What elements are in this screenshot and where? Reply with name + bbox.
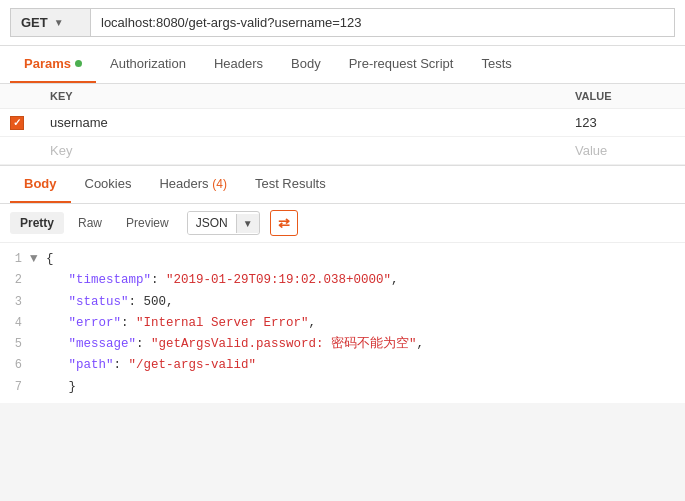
param-key-input-0[interactable] bbox=[50, 115, 555, 130]
res-tab-test-results-label: Test Results bbox=[255, 176, 326, 191]
tab-params-label: Params bbox=[24, 56, 71, 71]
code-line-5: 5 "message": "getArgsValid.password: 密码不… bbox=[0, 334, 685, 355]
line-toggle-3 bbox=[30, 292, 46, 313]
code-line-6: 6 "path": "/get-args-valid" bbox=[0, 355, 685, 376]
method-chevron: ▼ bbox=[54, 17, 64, 28]
raw-button[interactable]: Raw bbox=[68, 212, 112, 234]
param-row-0: ✓ bbox=[0, 109, 685, 137]
code-line-7: 7 } bbox=[0, 377, 685, 398]
tab-pre-request-label: Pre-request Script bbox=[349, 56, 454, 71]
format-dropdown[interactable]: JSON ▼ bbox=[187, 211, 260, 235]
tab-body-label: Body bbox=[291, 56, 321, 71]
code-line-3: 3 "status": 500, bbox=[0, 292, 685, 313]
checkbox-col-header bbox=[0, 84, 40, 109]
line-content-2: "timestamp": "2019-01-29T09:19:02.038+00… bbox=[46, 270, 685, 291]
url-bar: GET ▼ bbox=[0, 0, 685, 46]
check-mark-0: ✓ bbox=[13, 117, 21, 128]
tab-tests[interactable]: Tests bbox=[467, 46, 525, 83]
line-num-4: 4 bbox=[0, 313, 30, 333]
param-key-1[interactable]: Key bbox=[40, 137, 565, 165]
code-area[interactable]: 1 ▼ { 2 "timestamp": "2019-01-29T09:19:0… bbox=[0, 243, 685, 403]
json-val-path: "/get-args-valid" bbox=[129, 358, 257, 372]
format-bar: Pretty Raw Preview JSON ▼ ⇄ bbox=[0, 204, 685, 243]
pretty-button[interactable]: Pretty bbox=[10, 212, 64, 234]
line-toggle-7 bbox=[30, 377, 46, 398]
value-col-header: VALUE bbox=[565, 84, 685, 109]
line-num-7: 7 bbox=[0, 377, 30, 397]
method-select[interactable]: GET ▼ bbox=[10, 8, 90, 37]
key-col-header: KEY bbox=[40, 84, 565, 109]
line-content-3: "status": 500, bbox=[46, 292, 685, 313]
format-label: JSON bbox=[188, 212, 236, 234]
res-tab-cookies-label: Cookies bbox=[85, 176, 132, 191]
code-line-2: 2 "timestamp": "2019-01-29T09:19:02.038+… bbox=[0, 270, 685, 291]
json-key-message: "message" bbox=[69, 337, 137, 351]
line-num-5: 5 bbox=[0, 334, 30, 354]
res-tab-headers-label: Headers bbox=[159, 176, 208, 191]
line-content-1: { bbox=[46, 249, 685, 270]
tab-authorization-label: Authorization bbox=[110, 56, 186, 71]
line-toggle-4 bbox=[30, 313, 46, 334]
json-key-error: "error" bbox=[69, 316, 122, 330]
tab-params[interactable]: Params bbox=[10, 46, 96, 83]
json-val-status: 500 bbox=[144, 295, 167, 309]
res-tab-headers[interactable]: Headers (4) bbox=[145, 166, 240, 203]
checkbox-0[interactable]: ✓ bbox=[10, 116, 24, 130]
params-section: KEY VALUE ✓ bbox=[0, 84, 685, 166]
code-line-4: 4 "error": "Internal Server Error", bbox=[0, 313, 685, 334]
line-toggle-5 bbox=[30, 334, 46, 355]
headers-count: (4) bbox=[212, 177, 227, 191]
line-content-5: "message": "getArgsValid.password: 密码不能为… bbox=[46, 334, 685, 355]
res-tab-test-results[interactable]: Test Results bbox=[241, 166, 340, 203]
tab-body[interactable]: Body bbox=[277, 46, 335, 83]
value-placeholder: Value bbox=[575, 143, 607, 158]
line-num-1: 1 bbox=[0, 249, 30, 269]
line-content-6: "path": "/get-args-valid" bbox=[46, 355, 685, 376]
res-tab-cookies[interactable]: Cookies bbox=[71, 166, 146, 203]
request-tabs: Params Authorization Headers Body Pre-re… bbox=[0, 46, 685, 84]
json-val-message: "getArgsValid.password: 密码不能为空" bbox=[151, 337, 417, 351]
tab-authorization[interactable]: Authorization bbox=[96, 46, 200, 83]
code-line-1: 1 ▼ { bbox=[0, 249, 685, 270]
tab-tests-label: Tests bbox=[481, 56, 511, 71]
response-tabs: Body Cookies Headers (4) Test Results bbox=[0, 166, 685, 204]
line-content-4: "error": "Internal Server Error", bbox=[46, 313, 685, 334]
param-value-1[interactable]: Value bbox=[565, 137, 685, 165]
format-arrow[interactable]: ▼ bbox=[236, 214, 259, 233]
preview-button[interactable]: Preview bbox=[116, 212, 179, 234]
line-toggle-2 bbox=[30, 270, 46, 291]
tab-pre-request[interactable]: Pre-request Script bbox=[335, 46, 468, 83]
params-dot bbox=[75, 60, 82, 67]
param-row-1: Key Value bbox=[0, 137, 685, 165]
line-toggle-1[interactable]: ▼ bbox=[30, 249, 46, 270]
params-table: KEY VALUE ✓ bbox=[0, 84, 685, 165]
line-content-7: } bbox=[46, 377, 685, 398]
json-colon-1: : bbox=[151, 273, 166, 287]
wrap-button[interactable]: ⇄ bbox=[270, 210, 298, 236]
param-value-input-0[interactable] bbox=[575, 115, 675, 130]
json-key-status: "status" bbox=[69, 295, 129, 309]
method-label: GET bbox=[21, 15, 48, 30]
tab-headers-label: Headers bbox=[214, 56, 263, 71]
key-placeholder: Key bbox=[50, 143, 72, 158]
json-val-error: "Internal Server Error" bbox=[136, 316, 309, 330]
tab-headers[interactable]: Headers bbox=[200, 46, 277, 83]
line-num-2: 2 bbox=[0, 270, 30, 290]
res-tab-body[interactable]: Body bbox=[10, 166, 71, 203]
line-num-6: 6 bbox=[0, 355, 30, 375]
json-key-path: "path" bbox=[69, 358, 114, 372]
line-num-3: 3 bbox=[0, 292, 30, 312]
json-key-timestamp: "timestamp" bbox=[69, 273, 152, 287]
url-input[interactable] bbox=[90, 8, 675, 37]
wrap-icon: ⇄ bbox=[278, 215, 290, 231]
param-value-0[interactable] bbox=[565, 109, 685, 137]
param-key-0[interactable] bbox=[40, 109, 565, 137]
checkbox-cell-1 bbox=[0, 137, 40, 165]
line-toggle-6 bbox=[30, 355, 46, 376]
json-val-timestamp: "2019-01-29T09:19:02.038+0000" bbox=[166, 273, 391, 287]
res-tab-body-label: Body bbox=[24, 176, 57, 191]
checkbox-cell-0[interactable]: ✓ bbox=[0, 109, 40, 137]
